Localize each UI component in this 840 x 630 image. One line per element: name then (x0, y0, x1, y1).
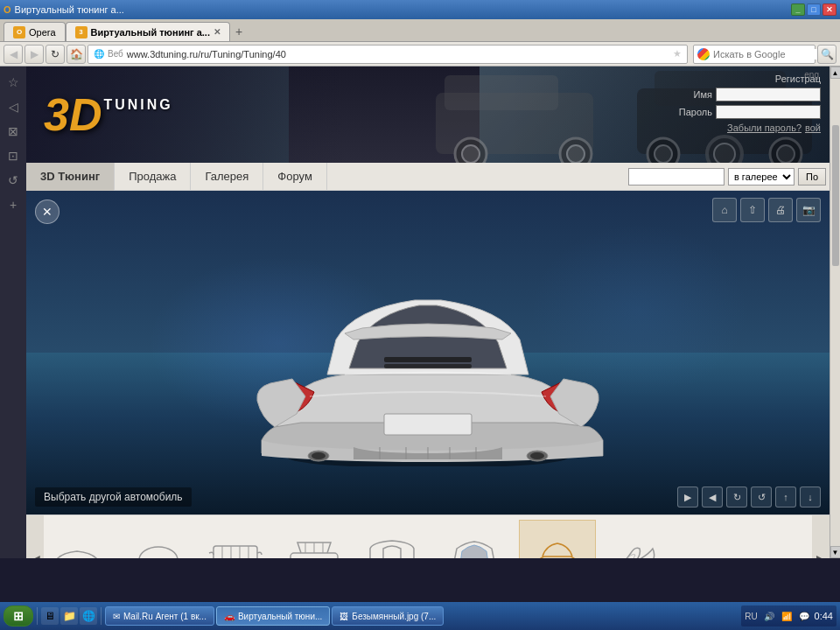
site-header: 3D TUNING eng Регистрац Имя Пароль (26, 66, 830, 163)
sidebar-icon-3[interactable]: ⊠ (4, 122, 22, 140)
search-area: 🔍 (693, 45, 836, 64)
search-input[interactable] (713, 49, 834, 60)
password-input[interactable] (716, 105, 821, 119)
part-item-air-hood[interactable]: Воздух капота (354, 520, 430, 559)
login-row-name: Имя (668, 88, 821, 102)
taskbar-divider-2 (101, 607, 102, 625)
part-item-radiator[interactable]: Радиатор (198, 520, 273, 559)
taskbar-image[interactable]: 🖼 Безымянный.jpg (7... (332, 606, 444, 626)
site-search-button[interactable]: По (798, 168, 826, 186)
carousel-right-button[interactable]: ▶ (812, 515, 830, 558)
tab-close-button[interactable]: ✕ (214, 27, 220, 37)
nav-bar: ◀ ▶ ↻ 🏠 🌐 Веб www.3dtuning.ru/ru/Tuning/… (0, 42, 840, 66)
logo-tuning: TUNING (103, 97, 172, 113)
left-sidebar: ☆ ◁ ⊠ ⊡ ↺ + (0, 66, 26, 558)
viewer-share-button[interactable]: ⇧ (740, 198, 765, 222)
home-button[interactable]: 🏠 (66, 45, 86, 64)
site-search-input[interactable] (628, 168, 724, 186)
viewer-controls-top: ⌂ ⇧ 🖨 📷 (712, 198, 821, 222)
carousel-left-button[interactable]: ◀ (26, 515, 44, 558)
password-label: Пароль (668, 107, 712, 117)
search-box[interactable] (693, 45, 816, 64)
sidebar-icon-1[interactable]: ☆ (4, 74, 22, 91)
mirrors-icon (128, 536, 189, 559)
tab-bar: O Opera 3 Виртуальный тюнинг а... ✕ + (0, 19, 840, 42)
login-link[interactable]: вой (805, 122, 821, 133)
close-button[interactable]: ✕ (822, 4, 836, 16)
scrollbar-v-thumb[interactable] (832, 125, 839, 265)
main-content: ☆ ◁ ⊠ ⊡ ↺ + (0, 66, 840, 558)
tray-agent[interactable]: 💬 (797, 609, 811, 623)
right-scrollbar: ▲ ▼ (830, 66, 840, 558)
login-links: Забыли пароль? вой (668, 122, 821, 133)
svg-rect-1 (444, 75, 558, 110)
rotate-btn-1[interactable]: ▶ (677, 486, 698, 508)
rotate-btn-6[interactable]: ↓ (800, 486, 821, 508)
window-title: Виртуальный тюнинг а... (15, 4, 124, 15)
part-item-mirrors[interactable]: Зеркала (121, 520, 196, 559)
scrollbar-up-button[interactable]: ▲ (830, 66, 841, 79)
minimize-button[interactable]: _ (791, 4, 805, 16)
forgot-password-link[interactable]: Забыли пароль? (727, 122, 802, 133)
carousel-items: ...ылья Зеркала (44, 515, 812, 558)
sidebar-icon-6[interactable]: + (4, 196, 22, 214)
viewer-back-button[interactable]: ✕ (35, 200, 60, 224)
tray-network[interactable]: 📶 (780, 609, 794, 623)
rotate-btn-3[interactable]: ↻ (726, 486, 747, 508)
taskbar-mailru[interactable]: ✉ Mail.Ru Агент (1 вк... (105, 606, 214, 626)
viewer-area: ✕ ⌂ ⇧ 🖨 📷 (26, 191, 830, 514)
part-item-tint[interactable]: Тонировка стекол (431, 520, 517, 559)
scrollbar-down-button[interactable]: ▼ (830, 546, 841, 558)
packages-icon (527, 535, 588, 559)
logo-tuning-area: TUNING (103, 97, 172, 113)
select-car-label[interactable]: Выбрать другой автомобиль (35, 487, 192, 507)
svg-point-13 (714, 144, 735, 163)
nav-gallery[interactable]: Галерея (191, 163, 263, 191)
sidebar-icon-4[interactable]: ⊡ (4, 147, 22, 164)
quick-launch-1[interactable]: 🖥 (41, 607, 59, 625)
svg-rect-21 (384, 364, 472, 368)
nav-sale[interactable]: Продажа (115, 163, 191, 191)
forward-button[interactable]: ▶ (24, 45, 44, 64)
radiator-icon (205, 536, 266, 559)
quick-launch-2[interactable]: 📁 (60, 607, 78, 625)
reload-button[interactable]: ↻ (46, 45, 65, 64)
part-item-packages[interactable]: Пакеты (519, 520, 596, 559)
back-button[interactable]: ◀ (4, 45, 23, 64)
new-tab-button[interactable]: + (230, 22, 248, 41)
viewer-home-button[interactable]: ⌂ (712, 198, 737, 222)
nav-3dtuning[interactable]: 3D Тюнинг (26, 163, 115, 191)
rotate-btn-2[interactable]: ◀ (702, 486, 723, 508)
search-button[interactable]: 🔍 (817, 45, 836, 64)
air-hood-icon (361, 536, 423, 559)
sidebar-icon-5[interactable]: ↺ (4, 172, 22, 189)
sidebar-icon-2[interactable]: ◁ (4, 98, 22, 116)
nav-forum[interactable]: Форум (263, 163, 327, 191)
maximize-button[interactable]: □ (807, 4, 821, 16)
tray-volume[interactable]: 🔊 (762, 609, 776, 623)
tab-opera[interactable]: O Opera (4, 22, 66, 41)
tray-keyboard[interactable]: RU (745, 609, 759, 623)
viewer-print-button[interactable]: 🖨 (768, 198, 793, 222)
viewer-camera-button[interactable]: 📷 (796, 198, 821, 222)
tab-3dtuning[interactable]: 3 Виртуальный тюнинг а... ✕ (66, 22, 230, 41)
opera-icon: O (4, 4, 11, 15)
tint-icon (444, 536, 505, 559)
taskbar: ⊞ 🖥 📁 🌐 ✉ Mail.Ru Агент (1 вк... 🚗 Вирту… (0, 602, 840, 630)
start-button[interactable]: ⊞ (4, 606, 33, 626)
site-search-select[interactable]: в галерее (728, 168, 794, 186)
taskbar-3dtuning[interactable]: 🚗 Виртуальный тюни... (216, 606, 330, 626)
part-item-air-top[interactable]: Воздух верхний (275, 520, 353, 559)
logo-area: 3D TUNING (26, 83, 191, 146)
title-bar: O Виртуальный тюнинг а... _ □ ✕ (0, 0, 840, 19)
name-input[interactable] (716, 88, 821, 102)
part-item-airbrush[interactable]: Аэрография (598, 520, 673, 559)
rotate-btn-5[interactable]: ↑ (775, 486, 796, 508)
rotate-btn-4[interactable]: ↺ (751, 486, 772, 508)
register-link[interactable]: Регистрац (668, 74, 821, 84)
address-bar[interactable]: 🌐 Веб www.3dtuning.ru/ru/Tuning/Tuning/4… (88, 45, 688, 64)
bookmark-star[interactable]: ★ (673, 48, 682, 60)
windows-logo: ⊞ (13, 609, 24, 623)
part-item-bumpers[interactable]: ...ылья (44, 520, 119, 559)
quick-launch-3[interactable]: 🌐 (80, 607, 97, 625)
